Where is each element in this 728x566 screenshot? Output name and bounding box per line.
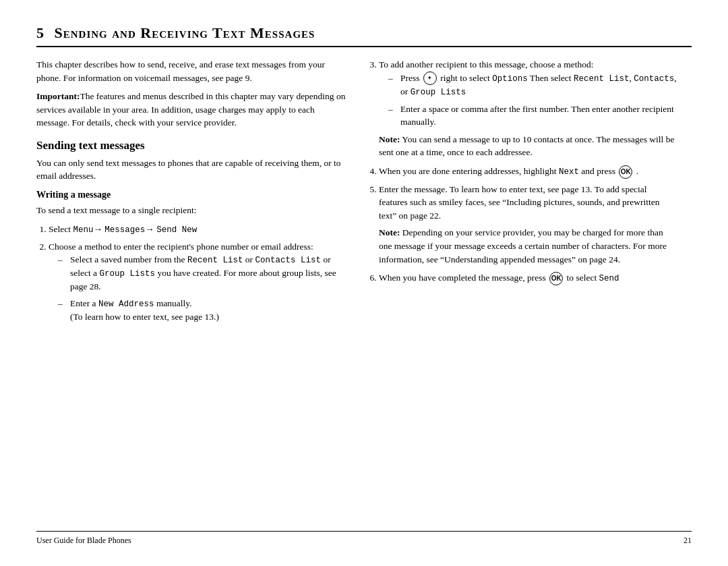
chapter-number: 5 [36, 24, 44, 41]
recent-list-1: Recent List [187, 256, 243, 265]
important-label: Important: [36, 91, 80, 101]
step-3-note: Note: You can send a message to up to 10… [379, 133, 677, 159]
step-2: Choose a method to enter the recipient's… [49, 240, 346, 324]
step-1-text: Select Menu→ Messages→ Send New [49, 224, 197, 234]
step-5-note-text: Depending on your service provider, you … [379, 227, 667, 264]
right-column: To add another recipient to this message… [367, 58, 677, 531]
sub-heading-writing: Writing a message [36, 190, 346, 200]
group-lists-1: Group Lists [99, 269, 155, 279]
step-6-text: When you have completed the message, pre… [379, 273, 619, 283]
step-3-bullet-1: Press right to select Options Then selec… [388, 72, 677, 99]
step-5-note: Note: Depending on your service provider… [379, 226, 677, 266]
step-4-text: When you are done entering addresses, hi… [379, 166, 638, 176]
send-mono: Send [599, 274, 619, 283]
step-2-bullets: Select a saved number from the Recent Li… [49, 253, 346, 324]
steps-list: Select Menu→ Messages→ Send New Choose a… [36, 223, 346, 324]
step-3: To add another recipient to this message… [379, 58, 677, 159]
footer-right: 21 [684, 536, 692, 546]
next-mono: Next [559, 167, 579, 177]
nav-icon [423, 72, 437, 85]
options-mono: Options [492, 74, 528, 84]
step-2-bullet-2: Enter a New Address manually. (To learn … [58, 297, 346, 324]
chapter-title-text: Sending and Receiving Text Messages [55, 24, 315, 41]
step-3-note-text: You can send a message to up to 10 conta… [379, 134, 674, 158]
intro-p2-text: The features and menus described in this… [36, 91, 346, 128]
step-1-messages: Messages [104, 225, 145, 235]
footer: User Guide for Blade Phones 21 [36, 531, 692, 546]
step-2-note: (To learn how to enter text, see page 13… [70, 312, 219, 322]
intro-paragraph-2: Important:The features and menus describ… [36, 90, 346, 130]
contacts-list: Contacts List [255, 256, 321, 265]
chapter-title: 5 Sending and Receiving Text Messages [36, 24, 692, 47]
steps-list-right: To add another recipient to this message… [367, 58, 677, 285]
step-6: When you have completed the message, pre… [379, 271, 677, 285]
ok-button-icon: OK [619, 165, 632, 179]
new-address: New Address [98, 300, 154, 309]
step-3-text: To add another recipient to this message… [379, 59, 593, 69]
note-label-5: Note: [379, 227, 400, 237]
step-4: When you are done entering addresses, hi… [379, 165, 677, 179]
ok-button-icon-2: OK [549, 272, 563, 285]
step-5: Enter the message. To learn how to enter… [379, 183, 677, 266]
section-heading-sending: Sending text messages [36, 139, 346, 152]
step-5-text: Enter the message. To learn how to enter… [379, 184, 660, 221]
recent-list-2: Recent List [574, 74, 630, 84]
footer-left: User Guide for Blade Phones [36, 536, 131, 546]
step-1-menu: Menu [73, 225, 93, 235]
step-3-bullet-2: Enter a space or comma after the first n… [388, 103, 677, 129]
intro-paragraph-1: This chapter describes how to send, rece… [36, 58, 346, 84]
step-2-bullet-1: Select a saved number from the Recent Li… [58, 253, 346, 293]
contacts-mono: Contacts [634, 74, 674, 84]
step-1-send-new: Send New [156, 225, 197, 235]
sub-intro: To send a text message to a single recip… [36, 204, 346, 217]
step-2-intro: Choose a method to enter the recipient's… [49, 242, 313, 252]
note-label-3: Note: [379, 134, 400, 144]
step-3-bullets: Press right to select Options Then selec… [379, 72, 677, 129]
section-intro: You can only send text messages to phone… [36, 157, 346, 183]
group-lists-2: Group Lists [411, 88, 466, 97]
left-column: This chapter describes how to send, rece… [36, 58, 346, 531]
step-1: Select Menu→ Messages→ Send New [49, 223, 346, 236]
